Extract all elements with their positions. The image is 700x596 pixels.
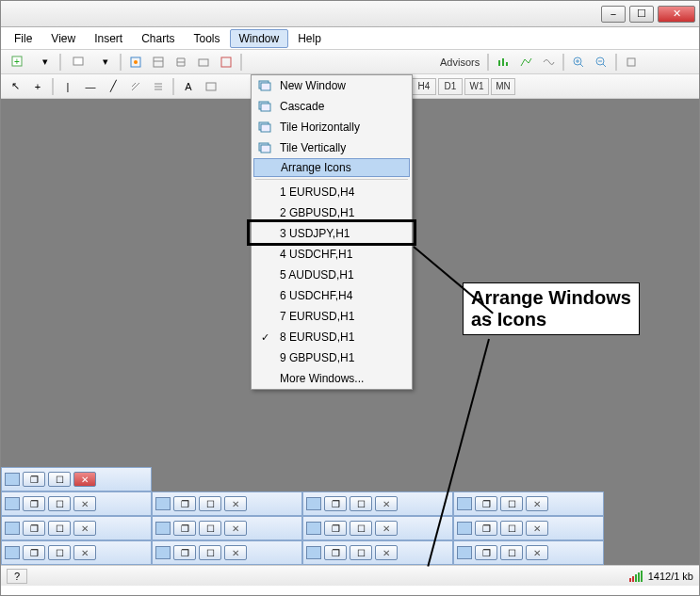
maximize-icon[interactable]: ☐ [48,545,71,560]
menu-item-tile-horizontally[interactable]: Tile Horizontally [252,117,412,137]
close-icon[interactable]: ✕ [73,521,96,536]
text-icon[interactable]: A [178,77,199,96]
restore-icon[interactable]: ❐ [324,521,347,536]
cursor-icon[interactable]: ↖ [5,77,25,96]
indicator-button-2[interactable] [515,53,536,72]
crosshair-icon[interactable]: + [27,77,48,96]
minimized-chart-window[interactable]: ❐☐✕ [453,491,604,516]
terminal-icon[interactable] [193,53,214,72]
close-icon[interactable]: ✕ [526,496,548,511]
maximize-icon[interactable]: ☐ [350,521,372,536]
indicator-button-3[interactable] [538,53,559,72]
menu-item-9-gbpusd-h1[interactable]: 9 GBPUSD,H1 [252,347,412,368]
maximize-icon[interactable]: ☐ [500,545,523,560]
restore-icon[interactable]: ❐ [475,496,497,511]
maximize-icon[interactable]: ☐ [48,472,71,487]
close-icon[interactable]: ✕ [224,521,247,536]
menu-help[interactable]: Help [288,29,331,48]
menu-item-8-eurusd-h1[interactable]: ✓8 EURUSD,H1 [252,327,412,347]
maximize-icon[interactable]: ☐ [48,496,71,511]
minimized-chart-window[interactable]: ❐☐✕ [1,516,152,540]
menu-item-arrange-icons[interactable]: Arrange Icons [253,158,410,177]
zoom-out-icon[interactable] [591,53,611,72]
menu-item-5-audusd-h1[interactable]: 5 AUDUSD,H1 [252,265,412,285]
restore-icon[interactable]: ❐ [324,496,347,511]
maximize-icon[interactable]: ☐ [350,545,372,560]
minimized-chart-window[interactable]: ❐☐✕ [152,516,302,540]
profiles-button[interactable] [65,53,93,72]
minimized-chart-window[interactable]: ❐☐✕ [302,516,453,540]
navigator-icon[interactable] [171,53,191,72]
close-icon[interactable]: ✕ [375,496,398,511]
restore-icon[interactable]: ❐ [173,545,196,560]
minimized-chart-window[interactable]: ❐☐✕ [152,491,302,516]
timeframe-h4[interactable]: H4 [412,78,436,95]
menu-tools[interactable]: Tools [185,29,230,48]
menu-item-1-eurusd-h4[interactable]: 1 EURUSD,H4 [252,182,412,202]
dropdown-arrow-icon[interactable]: ▾ [95,53,116,72]
menu-item-new-window[interactable]: New Window [252,75,412,96]
restore-icon[interactable]: ❐ [23,496,45,511]
restore-icon[interactable]: ❐ [23,521,45,536]
restore-icon[interactable]: ❐ [173,521,196,536]
minimized-chart-window[interactable]: ❐☐✕ [1,540,152,565]
text-label-icon[interactable] [201,77,221,96]
restore-icon[interactable]: ❐ [324,545,347,560]
restore-icon[interactable]: ❐ [475,521,497,536]
data-window-icon[interactable] [148,53,169,72]
tester-icon[interactable] [216,53,236,72]
menu-view[interactable]: View [41,29,85,48]
restore-icon[interactable]: ❐ [23,472,45,487]
maximize-icon[interactable]: ☐ [500,496,523,511]
close-icon[interactable]: ✕ [224,545,247,560]
fibo-icon[interactable] [148,77,169,96]
minimized-chart-window[interactable]: ❐☐✕ [1,491,152,516]
timeframe-w1[interactable]: W1 [464,78,489,95]
minimized-chart-window[interactable]: ❐☐✕ [1,467,152,491]
market-watch-icon[interactable] [125,53,146,72]
maximize-icon[interactable]: ☐ [199,521,221,536]
menu-item-6-usdchf-h4[interactable]: 6 USDCHF,H4 [252,285,412,306]
maximize-icon[interactable]: ☐ [350,496,372,511]
window-minimize-button[interactable]: − [601,6,626,23]
timeframe-d1[interactable]: D1 [438,78,463,95]
menu-file[interactable]: File [5,29,41,48]
menu-charts[interactable]: Charts [132,29,184,48]
close-icon[interactable]: ✕ [73,472,96,487]
restore-icon[interactable]: ❐ [173,496,196,511]
menu-item-2-gbpusd-h1[interactable]: 2 GBPUSD,H1 [252,202,412,223]
minimized-chart-window[interactable]: ❐☐✕ [453,516,604,540]
help-icon[interactable]: ? [7,569,27,584]
maximize-icon[interactable]: ☐ [199,496,221,511]
close-icon[interactable]: ✕ [73,545,96,560]
menu-item-cascade[interactable]: Cascade [252,96,412,117]
hline-icon[interactable]: — [80,77,101,96]
advisors-label[interactable]: Advisors [436,56,483,68]
close-icon[interactable]: ✕ [526,521,548,536]
menu-insert[interactable]: Insert [85,29,132,48]
minimized-chart-window[interactable]: ❐☐✕ [302,491,453,516]
zoom-in-icon[interactable] [568,53,589,72]
channel-icon[interactable] [125,77,146,96]
menu-item-more-windows-[interactable]: More Windows... [252,368,412,389]
minimized-chart-window[interactable]: ❐☐✕ [453,540,604,565]
restore-icon[interactable]: ❐ [23,545,45,560]
maximize-icon[interactable]: ☐ [500,521,523,536]
menu-window[interactable]: Window [230,29,289,48]
restore-icon[interactable]: ❐ [475,545,497,560]
maximize-icon[interactable]: ☐ [199,545,221,560]
indicator-button-1[interactable] [493,53,513,72]
menu-item-tile-vertically[interactable]: Tile Vertically [252,137,412,158]
new-chart-button[interactable]: + [5,53,33,72]
close-icon[interactable]: ✕ [375,521,398,536]
close-icon[interactable]: ✕ [526,545,548,560]
close-icon[interactable]: ✕ [73,496,96,511]
minimized-chart-window[interactable]: ❐☐✕ [152,540,302,565]
maximize-icon[interactable]: ☐ [48,521,71,536]
window-close-button[interactable]: ✕ [658,6,695,23]
menu-item-3-usdjpy-h1[interactable]: 3 USDJPY,H1 [252,223,412,244]
timeframe-mn[interactable]: MN [491,78,515,95]
menu-item-4-usdchf-h1[interactable]: 4 USDCHF,H1 [252,244,412,265]
chart-type-icon[interactable] [621,53,642,72]
menu-item-7-eurusd-h1[interactable]: 7 EURUSD,H1 [252,306,412,327]
